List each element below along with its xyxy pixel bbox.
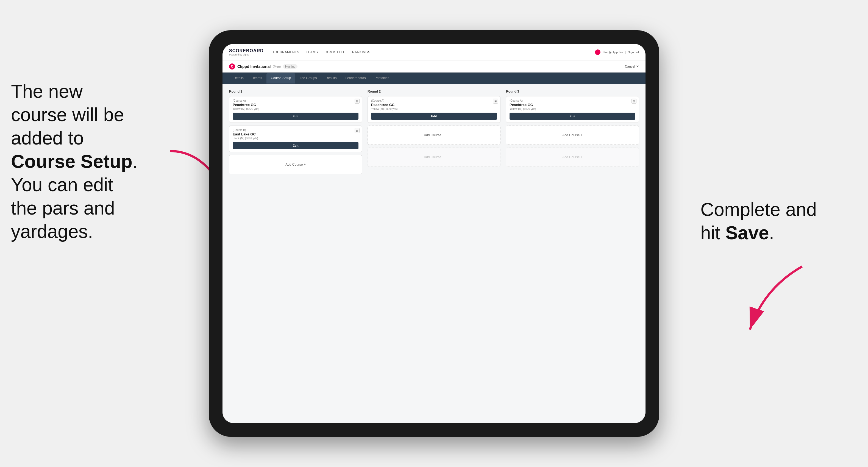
- sub-header-left: C Clippd Invitational (Men) Hosting: [229, 63, 298, 69]
- tab-leaderboards[interactable]: Leaderboards: [341, 73, 370, 84]
- round-2-add-course-disabled-label: Add Course +: [424, 155, 444, 159]
- logo-sub-text: Powered by clippd: [229, 53, 264, 56]
- tab-details[interactable]: Details: [229, 73, 248, 84]
- round-3-label: Round 3: [506, 90, 639, 93]
- round-3-course-a-name: Peachtree GC: [509, 103, 636, 107]
- main-content: Round 1 ⊠ (Course A) Peachtree GC Yellow…: [222, 84, 646, 423]
- round-2-column: Round 2 ⊠ (Course A) Peachtree GC Yellow…: [368, 90, 500, 177]
- round-1-course-b-card: ⊠ (Course B) East Lake GC Black (M) (689…: [229, 126, 362, 152]
- arrow-right: [736, 261, 813, 338]
- scoreboard-logo: SCOREBOARD Powered by clippd: [229, 48, 264, 56]
- round-2-course-a-name: Peachtree GC: [371, 103, 497, 107]
- nav-links: TOURNAMENTS TEAMS COMMITTEE RANKINGS: [273, 50, 371, 54]
- nav-teams[interactable]: TEAMS: [306, 50, 318, 54]
- round-3-add-course-btn[interactable]: Add Course +: [506, 126, 639, 145]
- rounds-grid: Round 1 ⊠ (Course A) Peachtree GC Yellow…: [229, 90, 639, 177]
- clippd-icon: C: [229, 63, 235, 69]
- round-1-label: Round 1: [229, 90, 362, 93]
- right-annotation: Complete andhit Save.: [701, 198, 860, 245]
- round-2-course-a-card: ⊠ (Course A) Peachtree GC Yellow (M) (66…: [368, 96, 500, 123]
- round-2-add-course-disabled: Add Course +: [368, 148, 500, 167]
- round-1-course-b-label: (Course B): [232, 129, 359, 132]
- round-2-course-a-edit-btn[interactable]: Edit: [371, 113, 497, 120]
- round-1-course-b-delete-btn[interactable]: ⊠: [354, 128, 360, 133]
- round-1-course-a-label: (Course A): [232, 99, 359, 102]
- tab-course-setup[interactable]: Course Setup: [267, 73, 295, 84]
- nav-left: SCOREBOARD Powered by clippd TOURNAMENTS…: [229, 48, 371, 56]
- round-3-column: Round 3 ⊠ (Course A) Peachtree GC Yellow…: [506, 90, 639, 177]
- tab-results[interactable]: Results: [321, 73, 341, 84]
- round-3-course-a-label: (Course A): [509, 99, 636, 102]
- round-2-course-a-info: Yellow (M) (6629 yds): [371, 107, 497, 111]
- top-nav: SCOREBOARD Powered by clippd TOURNAMENTS…: [222, 44, 646, 60]
- round-1-course-a-card: ⊠ (Course A) Peachtree GC Yellow (M) (66…: [229, 96, 362, 123]
- nav-tournaments[interactable]: TOURNAMENTS: [273, 50, 300, 54]
- cancel-label: Cancel: [625, 65, 635, 68]
- nav-committee[interactable]: COMMITTEE: [324, 50, 346, 54]
- round-1-column: Round 1 ⊠ (Course A) Peachtree GC Yellow…: [229, 90, 362, 177]
- gender-badge: (Men): [273, 65, 281, 68]
- tab-tee-groups[interactable]: Tee Groups: [295, 73, 321, 84]
- round-1-course-a-edit-btn[interactable]: Edit: [232, 113, 359, 120]
- close-icon: ✕: [636, 65, 639, 68]
- round-1-add-course-btn[interactable]: Add Course +: [229, 155, 362, 174]
- round-2-course-a-delete-btn[interactable]: ⊠: [493, 99, 498, 103]
- tablet-device: SCOREBOARD Powered by clippd TOURNAMENTS…: [209, 30, 659, 437]
- user-email: blair@clippd.io: [603, 51, 622, 54]
- round-1-course-b-edit-btn[interactable]: Edit: [232, 142, 359, 149]
- tab-bar: Details Teams Course Setup Tee Groups Re…: [222, 72, 646, 84]
- cancel-button[interactable]: Cancel ✕: [625, 65, 639, 68]
- left-annotation: The newcourse will beadded toCourse Setu…: [11, 80, 198, 243]
- tablet-screen: SCOREBOARD Powered by clippd TOURNAMENTS…: [222, 44, 646, 423]
- round-1-course-a-name: Peachtree GC: [232, 103, 359, 107]
- round-3-course-a-info: Yellow (M) (6629 yds): [509, 107, 636, 111]
- round-3-course-a-edit-btn[interactable]: Edit: [509, 113, 636, 120]
- user-avatar: [595, 50, 600, 55]
- round-3-add-course-disabled-label: Add Course +: [562, 155, 583, 159]
- round-3-add-course-disabled: Add Course +: [506, 148, 639, 167]
- tab-teams[interactable]: Teams: [248, 73, 267, 84]
- round-3-add-course-label: Add Course +: [562, 133, 583, 137]
- round-1-course-a-delete-btn[interactable]: ⊠: [354, 99, 360, 103]
- nav-rankings[interactable]: RANKINGS: [352, 50, 371, 54]
- round-2-label: Round 2: [368, 90, 500, 93]
- round-2-add-course-btn[interactable]: Add Course +: [368, 126, 500, 145]
- nav-right: blair@clippd.io | Sign out: [595, 50, 639, 55]
- round-1-course-b-name: East Lake GC: [232, 132, 359, 136]
- round-3-course-a-card: ⊠ (Course A) Peachtree GC Yellow (M) (66…: [506, 96, 639, 123]
- tab-printables[interactable]: Printables: [370, 73, 394, 84]
- sub-header: C Clippd Invitational (Men) Hosting Canc…: [222, 60, 646, 72]
- tournament-name: Clippd Invitational: [237, 64, 271, 69]
- round-2-course-a-label: (Course A): [371, 99, 497, 102]
- round-1-course-b-info: Black (M) (6891 yds): [232, 137, 359, 140]
- nav-separator: |: [625, 51, 626, 54]
- hosting-badge: Hosting: [283, 64, 298, 69]
- logo-main-text: SCOREBOARD: [229, 48, 264, 53]
- round-3-course-a-delete-btn[interactable]: ⊠: [631, 99, 637, 103]
- round-2-add-course-label: Add Course +: [424, 133, 444, 137]
- round-1-add-course-label: Add Course +: [285, 163, 306, 166]
- sign-out-link[interactable]: Sign out: [628, 51, 639, 54]
- round-1-course-a-info: Yellow (M) (6629 yds): [232, 107, 359, 111]
